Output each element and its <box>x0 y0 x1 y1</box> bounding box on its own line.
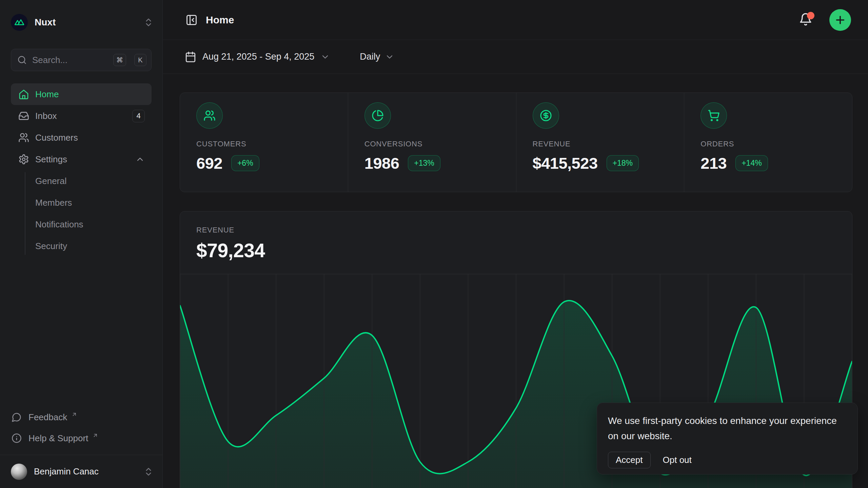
chevron-up-icon <box>135 155 145 164</box>
stat-value: 213 <box>701 154 727 172</box>
stat-value-row: 692+6% <box>196 154 348 172</box>
stat-value-row: 1986+13% <box>364 154 516 172</box>
search-input[interactable]: Search... ⌘ K <box>11 49 152 71</box>
stat-value: 692 <box>196 154 222 172</box>
revenue-chart-label: REVENUE <box>196 226 852 235</box>
nuxt-logo-icon <box>11 14 28 31</box>
cart-icon <box>701 102 727 129</box>
date-range-picker[interactable]: Aug 21, 2025 - Sep 4, 2025 <box>185 51 330 63</box>
sidebar-subnav-settings: GeneralMembersNotificationsSecurity <box>11 170 152 257</box>
date-range-value: Aug 21, 2025 - Sep 4, 2025 <box>202 52 314 62</box>
users-group-icon <box>196 102 223 129</box>
opt-out-button[interactable]: Opt out <box>663 455 692 465</box>
sidebar: Nuxt Search... ⌘ K HomeInbox4CustomersSe… <box>0 0 163 488</box>
sidebar-collapse-button[interactable] <box>185 13 198 27</box>
pie-chart-icon <box>364 102 391 129</box>
sidebar-item-customers[interactable]: Customers <box>11 127 152 148</box>
add-button[interactable] <box>829 9 851 31</box>
gear-icon <box>18 154 29 165</box>
sidebar-item-inbox[interactable]: Inbox4 <box>11 105 152 127</box>
user-name: Benjamin Canac <box>34 466 137 477</box>
stat-card-customers[interactable]: CUSTOMERS692+6% <box>180 93 348 192</box>
sidebar-item-label: Settings <box>35 154 67 165</box>
dollar-circle-icon <box>533 102 559 129</box>
arrow-up-right-icon <box>71 411 77 418</box>
notifications-button[interactable] <box>799 13 814 27</box>
arrow-up-right-icon <box>92 432 98 439</box>
sidebar-subitem-notifications[interactable]: Notifications <box>35 214 152 235</box>
inbox-icon <box>18 110 29 121</box>
stat-delta-badge: +6% <box>231 155 259 171</box>
chevrons-up-down-icon <box>143 467 154 477</box>
kbd-cmd: ⌘ <box>113 54 126 66</box>
page-header: Home <box>163 0 868 40</box>
chat-icon <box>12 412 22 422</box>
inbox-count-badge: 4 <box>132 110 145 122</box>
sidebar-subitem-members[interactable]: Members <box>35 192 152 214</box>
stat-card-revenue[interactable]: REVENUE$415,523+18% <box>516 93 684 192</box>
stat-delta-badge: +18% <box>607 155 639 171</box>
stat-label: CUSTOMERS <box>196 140 348 148</box>
cookie-message: We use first-party cookies to enhance yo… <box>608 413 842 444</box>
user-menu[interactable]: Benjamin Canac <box>0 455 162 488</box>
sidebar-spacer <box>0 257 162 407</box>
stats-card: CUSTOMERS692+6%CONVERSIONS1986+13%REVENU… <box>180 93 852 192</box>
search-icon <box>17 55 27 65</box>
dashboard-app: Nuxt Search... ⌘ K HomeInbox4CustomersSe… <box>0 0 868 488</box>
avatar <box>11 464 27 480</box>
accept-button[interactable]: Accept <box>608 452 651 468</box>
sidebar-item-home[interactable]: Home <box>11 83 152 105</box>
chevron-down-icon <box>385 52 394 62</box>
chevrons-up-down-icon <box>143 17 154 27</box>
stat-delta-badge: +13% <box>408 155 440 171</box>
sidebar-item-label: Customers <box>35 133 78 143</box>
info-icon <box>12 433 22 443</box>
stat-delta-badge: +14% <box>735 155 768 171</box>
calendar-icon <box>185 51 196 63</box>
kbd-k: K <box>134 54 146 66</box>
sidebar-nav: HomeInbox4CustomersSettingsGeneralMember… <box>11 83 152 257</box>
sidebar-item-label: Inbox <box>35 111 57 121</box>
users-icon <box>18 132 29 143</box>
page-title: Home <box>206 14 799 26</box>
stat-label: ORDERS <box>701 140 852 148</box>
feedback-label: Feedback <box>28 412 67 423</box>
stat-value: 1986 <box>364 154 399 172</box>
stat-label: REVENUE <box>533 140 684 148</box>
home-icon <box>18 89 29 100</box>
help-label: Help & Support <box>28 433 88 444</box>
stat-label: CONVERSIONS <box>364 140 516 148</box>
revenue-chart-value: $79,234 <box>196 239 852 262</box>
stat-value: $415,523 <box>533 154 598 172</box>
cookie-actions: Accept Opt out <box>608 452 845 468</box>
stat-card-conversions[interactable]: CONVERSIONS1986+13% <box>348 93 516 192</box>
cookie-banner: We use first-party cookies to enhance yo… <box>597 403 858 474</box>
help-link[interactable]: Help & Support <box>11 428 152 449</box>
workspace-name: Nuxt <box>35 17 137 28</box>
sidebar-footer-links: FeedbackHelp & Support <box>11 407 152 449</box>
granularity-value: Daily <box>360 52 380 62</box>
sidebar-item-label: Home <box>35 89 59 100</box>
chevron-down-icon <box>320 52 330 62</box>
stat-value-row: 213+14% <box>701 154 852 172</box>
sidebar-item-settings[interactable]: Settings <box>11 148 152 170</box>
stat-card-orders[interactable]: ORDERS213+14% <box>684 93 852 192</box>
search-placeholder: Search... <box>32 55 108 65</box>
sidebar-subitem-general[interactable]: General <box>35 170 152 192</box>
granularity-select[interactable]: Daily <box>360 52 394 62</box>
notification-dot <box>807 12 814 19</box>
filters-toolbar: Aug 21, 2025 - Sep 4, 2025 Daily <box>163 40 868 74</box>
sidebar-subitem-security[interactable]: Security <box>35 235 152 257</box>
feedback-link[interactable]: Feedback <box>11 407 152 428</box>
revenue-chart-header: REVENUE $79,234 <box>180 211 852 262</box>
stat-value-row: $415,523+18% <box>533 154 684 172</box>
workspace-switcher[interactable]: Nuxt <box>11 9 154 36</box>
